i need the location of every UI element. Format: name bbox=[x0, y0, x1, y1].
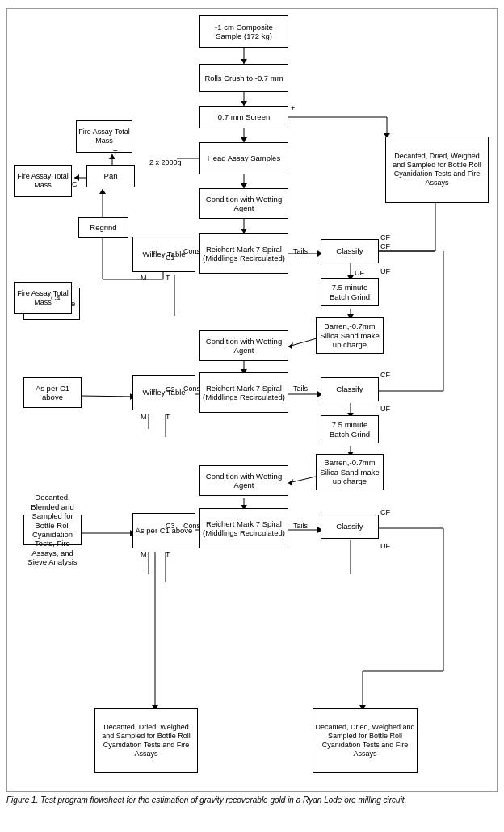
barren1-box: Barren,-0.7mm Silica Sand make up charge bbox=[316, 317, 384, 354]
label-uf2: UF bbox=[380, 405, 390, 413]
batch-grind1-box: 7.5 minute Batch Grind bbox=[321, 278, 379, 306]
decant-final1-box: Decanted, Dried, Weighed and Sampled for… bbox=[94, 708, 198, 773]
fa-total1-box: Fire Assay Total Mass bbox=[76, 120, 132, 153]
asper2-box: Decanted, Blended and Sampled for Bottle… bbox=[23, 515, 82, 545]
svg-text:CF: CF bbox=[380, 242, 390, 250]
label-c1: C bbox=[72, 180, 78, 188]
rolls-crush-box: Rolls Crush to -0.7 mm bbox=[200, 64, 288, 92]
label-t3: T bbox=[166, 413, 170, 421]
label-tails2: Tails bbox=[293, 384, 308, 393]
head-assay-box: Head Assay Samples bbox=[200, 142, 288, 174]
label-c3: C3 bbox=[166, 522, 175, 530]
svg-marker-21 bbox=[288, 342, 293, 349]
label-c4: C4 bbox=[51, 294, 61, 302]
fa-total2-box: Fire Assay Total Mass bbox=[14, 165, 72, 197]
label-t4: T bbox=[166, 550, 170, 558]
svg-marker-52 bbox=[288, 479, 293, 485]
classify2-box: Classify bbox=[321, 377, 379, 401]
svg-line-56 bbox=[80, 396, 135, 397]
barren2-box: Barren,-0.7mm Silica Sand make up charge bbox=[316, 454, 384, 490]
label-cons2: Cons bbox=[183, 384, 200, 393]
label-tails3: Tails bbox=[293, 522, 308, 530]
label-cf3: CF bbox=[380, 508, 390, 516]
label-uf3: UF bbox=[380, 542, 390, 550]
classify1-box: Classify bbox=[321, 239, 379, 263]
label-cf2: CF bbox=[380, 371, 390, 379]
label-t1: T bbox=[113, 149, 118, 157]
diagram-container: CF UF bbox=[6, 8, 498, 792]
wilfley2-box: Wilfley Table bbox=[132, 375, 195, 410]
figure-caption: Figure 1. Test program flowsheet for the… bbox=[6, 795, 498, 806]
label-m3: M bbox=[141, 550, 147, 558]
label-plus: + bbox=[291, 104, 295, 112]
page: CF UF bbox=[0, 0, 504, 814]
screen-box: 0.7 mm Screen bbox=[200, 106, 288, 128]
svg-marker-31 bbox=[99, 189, 106, 194]
regrind-box: Regrind bbox=[78, 217, 128, 238]
asper1-box: As per C1 above bbox=[23, 377, 82, 408]
reichert2-box: Reichert Mark 7 Spiral (Middlings Recirc… bbox=[200, 372, 288, 413]
classify3-box: Classify bbox=[321, 515, 379, 539]
label-cons1: Cons bbox=[183, 247, 200, 255]
condition1-box: Condition with Wetting Agent bbox=[200, 188, 288, 219]
label-tails1: Tails bbox=[293, 247, 308, 255]
label-2x2000: 2 x 2000g bbox=[149, 158, 182, 166]
reichert3-box: Reichert Mark 7 Spiral (Middlings Recirc… bbox=[200, 508, 288, 548]
decant-final2-box: Decanted, Dried, Weighed and Sampled for… bbox=[313, 708, 418, 773]
composite-sample-box: -1 cm Composite Sample (172 kg) bbox=[200, 15, 288, 48]
batch-grind2-box: 7.5 minute Batch Grind bbox=[321, 415, 379, 443]
pan-box: Pan bbox=[86, 165, 135, 187]
reichert1-box: Reichert Mark 7 Spiral (Middlings Recirc… bbox=[200, 233, 288, 274]
label-c2: C2 bbox=[166, 385, 175, 393]
label-m2: M bbox=[141, 413, 147, 421]
label-cf1: CF bbox=[380, 233, 390, 242]
wilfley3-box: As per C1 above bbox=[132, 513, 195, 548]
fa-total3-box: Fire Assay Total Mass bbox=[14, 282, 72, 314]
label-cons3: Cons bbox=[183, 522, 200, 530]
condition3-box: Condition with Wetting Agent bbox=[200, 465, 288, 496]
svg-text:UF: UF bbox=[355, 269, 364, 277]
condition2-box: Condition with Wetting Agent bbox=[200, 330, 288, 361]
label-m1: M bbox=[141, 274, 147, 282]
label-c1b: C1 bbox=[166, 254, 175, 262]
decant-br-box: Decanted, Dried, Weighed and Sampled for… bbox=[385, 137, 489, 203]
label-uf1: UF bbox=[380, 267, 390, 275]
label-t2: T bbox=[166, 274, 170, 282]
